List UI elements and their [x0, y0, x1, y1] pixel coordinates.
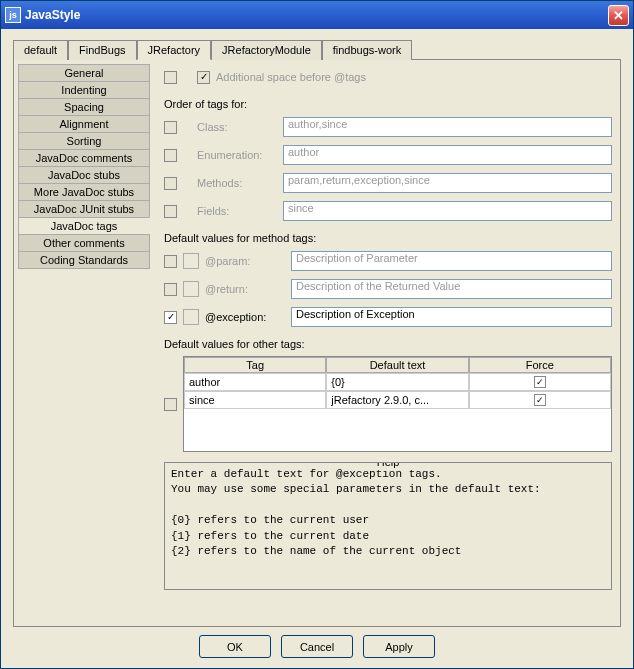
additional-space-checkbox: [197, 71, 210, 84]
help-line: You may use some special parameters in t…: [171, 482, 605, 497]
help-line: {0} refers to the current user: [171, 513, 605, 528]
order-enum-checkbox[interactable]: [164, 149, 177, 162]
sidebar-item-general[interactable]: General: [18, 64, 150, 82]
tab-findbugs[interactable]: FindBugs: [68, 40, 136, 60]
cell-tag[interactable]: since: [184, 391, 326, 409]
method-defaults-title: Default values for method tags:: [164, 232, 612, 244]
order-fields-input[interactable]: since: [283, 201, 612, 221]
window-title: JavaStyle: [25, 8, 608, 22]
default-param-checkbox[interactable]: [164, 255, 177, 268]
order-fields-checkbox[interactable]: [164, 205, 177, 218]
sidebar-item-javadoc-tags[interactable]: JavaDoc tags: [18, 217, 150, 235]
default-exception-label: @exception:: [205, 311, 285, 323]
cell-tag[interactable]: author: [184, 373, 326, 391]
cancel-button[interactable]: Cancel: [281, 635, 353, 658]
order-section-title: Order of tags for:: [164, 98, 612, 110]
help-line: [171, 498, 605, 513]
order-class-label: Class:: [197, 121, 277, 133]
titlebar: js JavaStyle ✕: [1, 1, 633, 29]
cell-force[interactable]: [469, 373, 611, 391]
th-tag[interactable]: Tag: [184, 357, 326, 373]
sidebar-item-javadoc-comments[interactable]: JavaDoc comments: [18, 149, 150, 167]
order-enum-row: Enumeration: author: [164, 144, 612, 166]
order-methods-label: Methods:: [197, 177, 277, 189]
sidebar-item-spacing[interactable]: Spacing: [18, 98, 150, 116]
sidebar: General Indenting Spacing Alignment Sort…: [18, 64, 150, 618]
help-box: Help Enter a default text for @exception…: [164, 462, 612, 590]
tab-findbugs-work[interactable]: findbugs-work: [322, 40, 412, 60]
default-exception-color[interactable]: [183, 309, 199, 325]
default-param-row: @param: Description of Parameter: [164, 250, 612, 272]
other-defaults-title: Default values for other tags:: [164, 338, 612, 350]
th-force[interactable]: Force: [469, 357, 611, 373]
default-param-label: @param:: [205, 255, 285, 267]
sidebar-item-javadoc-stubs[interactable]: JavaDoc stubs: [18, 166, 150, 184]
default-param-color[interactable]: [183, 253, 199, 269]
order-fields-label: Fields:: [197, 205, 277, 217]
order-class-row: Class: author,since: [164, 116, 612, 138]
additional-space-enable-checkbox[interactable]: [164, 71, 177, 84]
default-exception-checkbox[interactable]: [164, 311, 177, 324]
other-defaults-enable-checkbox[interactable]: [164, 398, 177, 411]
apply-button[interactable]: Apply: [363, 635, 435, 658]
button-bar: OK Cancel Apply: [13, 627, 621, 660]
additional-space-label: Additional space before @tags: [216, 71, 366, 83]
default-return-label: @return:: [205, 283, 285, 295]
order-methods-checkbox[interactable]: [164, 177, 177, 190]
additional-space-row: Additional space before @tags: [164, 66, 612, 88]
tab-jrefactory[interactable]: JRefactory: [137, 40, 212, 60]
order-enum-label: Enumeration:: [197, 149, 277, 161]
table-row[interactable]: since jRefactory 2.9.0, c...: [184, 391, 611, 409]
order-methods-row: Methods: param,return,exception,since: [164, 172, 612, 194]
order-methods-input[interactable]: param,return,exception,since: [283, 173, 612, 193]
table-header: Tag Default text Force: [184, 357, 611, 373]
tab-default[interactable]: default: [13, 40, 68, 60]
sidebar-item-more-javadoc-stubs[interactable]: More JavaDoc stubs: [18, 183, 150, 201]
tab-panel: General Indenting Spacing Alignment Sort…: [13, 59, 621, 627]
sidebar-item-alignment[interactable]: Alignment: [18, 115, 150, 133]
default-exception-input[interactable]: Description of Exception: [291, 307, 612, 327]
force-checkbox[interactable]: [534, 394, 546, 406]
sidebar-item-indenting[interactable]: Indenting: [18, 81, 150, 99]
tab-bar: default FindBugs JRefactory JRefactoryMo…: [13, 39, 621, 59]
default-return-row: @return: Description of the Returned Val…: [164, 278, 612, 300]
order-enum-input[interactable]: author: [283, 145, 612, 165]
tab-jrefactorymodule[interactable]: JRefactoryModule: [211, 40, 322, 60]
cell-text[interactable]: jRefactory 2.9.0, c...: [326, 391, 468, 409]
content-area: default FindBugs JRefactory JRefactoryMo…: [1, 29, 633, 668]
other-defaults-table: Tag Default text Force author {0} since …: [183, 356, 612, 452]
ok-button[interactable]: OK: [199, 635, 271, 658]
order-class-checkbox[interactable]: [164, 121, 177, 134]
cell-text[interactable]: {0}: [326, 373, 468, 391]
sidebar-item-other-comments[interactable]: Other comments: [18, 234, 150, 252]
order-class-input[interactable]: author,since: [283, 117, 612, 137]
close-button[interactable]: ✕: [608, 5, 629, 26]
sidebar-item-javadoc-junit-stubs[interactable]: JavaDoc JUnit stubs: [18, 200, 150, 218]
help-line: {1} refers to the current date: [171, 529, 605, 544]
default-return-input[interactable]: Description of the Returned Value: [291, 279, 612, 299]
default-param-input[interactable]: Description of Parameter: [291, 251, 612, 271]
main-panel: Additional space before @tags Order of t…: [150, 60, 620, 618]
th-default-text[interactable]: Default text: [326, 357, 468, 373]
help-title: Help: [373, 462, 404, 470]
cell-force[interactable]: [469, 391, 611, 409]
order-fields-row: Fields: since: [164, 200, 612, 222]
default-return-checkbox[interactable]: [164, 283, 177, 296]
force-checkbox[interactable]: [534, 376, 546, 388]
sidebar-item-sorting[interactable]: Sorting: [18, 132, 150, 150]
window: js JavaStyle ✕ default FindBugs JRefacto…: [0, 0, 634, 669]
default-exception-row: @exception: Description of Exception: [164, 306, 612, 328]
app-icon: js: [5, 7, 21, 23]
table-row[interactable]: author {0}: [184, 373, 611, 391]
default-return-color[interactable]: [183, 281, 199, 297]
help-line: {2} refers to the name of the current ob…: [171, 544, 605, 559]
sidebar-item-coding-standards[interactable]: Coding Standards: [18, 251, 150, 269]
